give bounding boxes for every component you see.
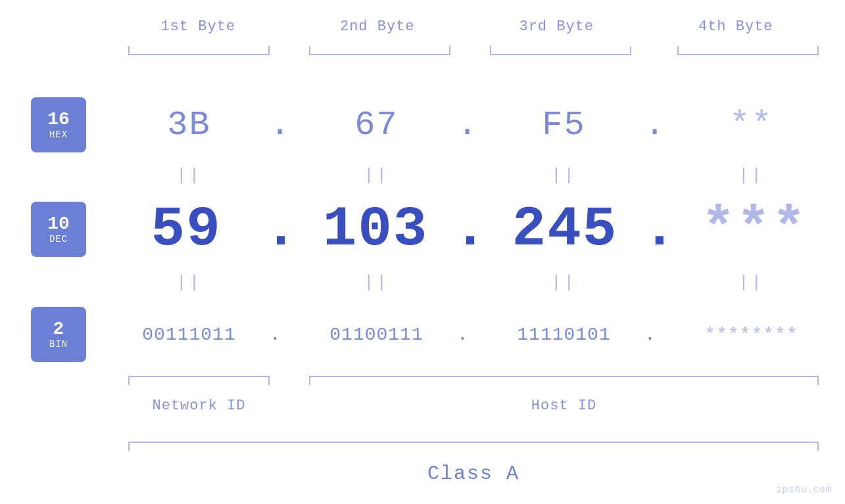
netid-tick-left	[128, 376, 130, 385]
bin-dot1: .	[270, 325, 296, 345]
byte-headers: 1st Byte 2nd Byte 3rd Byte 4th Byte	[109, 18, 825, 35]
eq1-b2: ||	[296, 166, 457, 185]
bracket-byte3	[490, 54, 631, 55]
eq1-b3: ||	[483, 166, 644, 185]
dec-dot2: .	[453, 197, 487, 262]
eq1-b4: ||	[671, 166, 832, 185]
watermark: ipshu.com	[776, 484, 832, 495]
hex-badge-number: 16	[47, 110, 70, 130]
class-tick-left	[128, 442, 130, 451]
equals-row-2: || || || ||	[109, 273, 832, 292]
hostid-bracket	[309, 376, 819, 377]
bin-dot3: .	[644, 325, 671, 345]
tick-b4-right	[817, 46, 819, 55]
dec-badge: 10 DEC	[31, 202, 86, 257]
hex-val2: 67	[296, 106, 457, 145]
eq2-b3: ||	[483, 273, 644, 292]
bin-val1: 00111011	[109, 325, 270, 345]
bin-val2: 01100111	[296, 325, 457, 345]
bin-badge: 2 BIN	[31, 307, 86, 362]
hex-dot1: .	[270, 106, 296, 145]
hex-val1: 3B	[109, 106, 270, 145]
hex-dot3: .	[644, 106, 671, 145]
tick-b1-right	[268, 46, 270, 55]
dec-val2: 103	[298, 197, 453, 262]
bin-badge-label: BIN	[49, 339, 68, 350]
network-id-label: Network ID	[128, 398, 270, 414]
bin-badge-number: 2	[53, 319, 64, 340]
dec-dot1: .	[264, 197, 298, 262]
host-id-label: Host ID	[309, 398, 819, 414]
hostid-tick-left	[309, 376, 310, 385]
byte1-header: 1st Byte	[109, 18, 288, 35]
netid-tick-right	[268, 376, 270, 385]
byte2-header: 2nd Byte	[288, 18, 468, 35]
byte4-header: 4th Byte	[646, 18, 826, 35]
hex-badge: 16 HEX	[31, 97, 86, 152]
class-label: Class A	[128, 463, 819, 485]
dec-dot3: .	[642, 197, 677, 262]
eq2-b2: ||	[296, 273, 457, 292]
class-bracket	[128, 442, 819, 443]
bracket-byte1	[128, 54, 270, 55]
bin-val4: ********	[671, 325, 832, 345]
bin-val3: 11110101	[483, 325, 644, 345]
hex-val3: F5	[483, 106, 644, 145]
main-container: 16 HEX 10 DEC 2 BIN 1st Byte 2nd Byte 3r…	[0, 0, 845, 504]
tick-b3-left	[490, 46, 491, 55]
netid-bracket	[128, 376, 270, 377]
dec-badge-label: DEC	[49, 234, 68, 244]
eq2-b4: ||	[671, 273, 832, 292]
byte3-header: 3rd Byte	[467, 18, 646, 35]
bracket-byte4	[677, 54, 819, 55]
tick-b1-left	[128, 46, 130, 55]
tick-b4-left	[677, 46, 679, 55]
tick-b2-right	[449, 46, 450, 55]
eq2-b1: ||	[109, 273, 270, 292]
bracket-byte2	[309, 54, 450, 55]
hex-badge-label: HEX	[49, 129, 68, 140]
dec-val4: ***	[677, 197, 832, 262]
hostid-tick-right	[817, 376, 819, 385]
hex-val4: **	[671, 106, 832, 145]
hex-row: 3B . 67 . F5 . **	[109, 97, 832, 152]
dec-val3: 245	[487, 197, 642, 262]
dec-row: 59 . 103 . 245 . ***	[109, 202, 832, 257]
class-tick-right	[817, 442, 819, 451]
eq1-b1: ||	[109, 166, 270, 185]
dec-val1: 59	[109, 197, 264, 262]
tick-b2-left	[309, 46, 310, 55]
bin-row: 00111011 . 01100111 . 11110101 . *******…	[109, 307, 832, 362]
bin-dot2: .	[457, 325, 483, 345]
tick-b3-right	[630, 46, 631, 55]
hex-dot2: .	[457, 106, 483, 145]
equals-row-1: || || || ||	[109, 166, 832, 185]
dec-badge-number: 10	[47, 214, 70, 235]
